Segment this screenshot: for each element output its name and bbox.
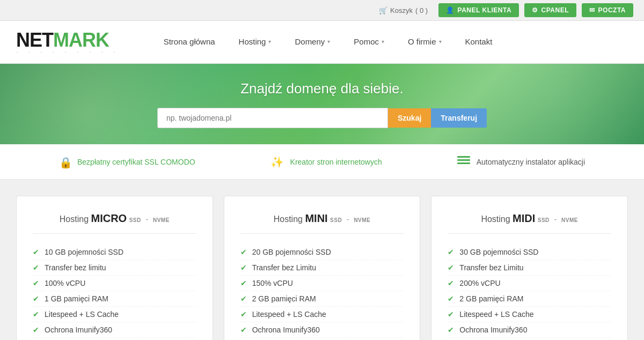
check-icon: ✔: [240, 294, 247, 303]
domain-search-input[interactable]: [157, 108, 388, 128]
feature-kreator: ✨ Kreator stron internetowych: [270, 156, 382, 168]
bars-icon: [457, 155, 470, 168]
chevron-down-icon: ▾: [382, 39, 384, 45]
list-item: ✔200% vCPU: [448, 276, 611, 291]
feature-ssl: 🔒 Bezpłatny certyfikat SSL COMODO: [59, 156, 195, 168]
instalator-text: Automatyczny instalator aplikacji: [477, 158, 585, 166]
panel-icon: 👤: [446, 6, 455, 14]
check-icon: ✔: [33, 326, 39, 334]
check-icon: ✔: [33, 294, 39, 303]
check-icon: ✔: [240, 263, 247, 272]
check-icon: ✔: [448, 326, 454, 334]
cpanel-button[interactable]: ⚙ cPanel: [524, 3, 576, 17]
list-item: ✔1 GB pamięci RAM: [33, 291, 196, 307]
check-icon: ✔: [33, 310, 39, 319]
check-icon: ✔: [240, 310, 247, 319]
nav-o-firmie[interactable]: O firmie ▾: [396, 21, 453, 64]
cart-link[interactable]: 🛒 Koszyk ( 0 ): [379, 6, 428, 14]
list-item: ✔Bezpłatny certyfikat SSL: [448, 338, 611, 340]
check-icon: ✔: [33, 279, 39, 287]
nav-kontakt[interactable]: Kontakt: [453, 21, 504, 64]
card-midi-title: Hosting MIDI SSD - NVMe: [448, 212, 611, 234]
list-item: ✔Transfer bez limitu: [33, 260, 196, 276]
lock-icon: 🔒: [59, 156, 71, 168]
cart-label: Koszyk: [390, 6, 413, 14]
mini-feature-list: ✔20 GB pojemności SSD ✔Transfer bez Limi…: [240, 245, 404, 340]
list-item: ✔Ochrona Imunify360: [448, 322, 611, 338]
nav-pomoc[interactable]: Pomoc ▾: [342, 21, 396, 64]
hosting-card-micro: Hosting MICRO SSD - NVMe ✔10 GB pojemnoś…: [16, 196, 213, 340]
ssl-link[interactable]: Bezpłatny certyfikat SSL COMODO: [77, 158, 195, 166]
main-nav: Strona główna Hosting ▾ Domeny ▾ Pomoc ▾…: [152, 21, 628, 64]
panel-klienta-button[interactable]: 👤 Panel Klienta: [438, 3, 519, 17]
hosting-cards-section: Hosting MICRO SSD - NVMe ✔10 GB pojemnoś…: [0, 180, 644, 340]
list-item: ✔2 GB pamięci RAM: [448, 291, 611, 307]
list-item: ✔Litespeed + LS Cache: [240, 307, 404, 322]
check-icon: ✔: [448, 294, 454, 303]
svg-rect-0: [457, 156, 470, 158]
cpanel-icon: ⚙: [532, 6, 538, 14]
card-micro-title: Hosting MICRO SSD - NVMe: [33, 212, 196, 234]
chevron-down-icon: ▾: [439, 39, 442, 45]
check-icon: ✔: [240, 248, 247, 256]
list-item: ✔20 GB pojemności SSD: [240, 245, 404, 260]
list-item: ✔10 GB pojemności SSD: [33, 245, 196, 260]
check-icon: ✔: [448, 310, 454, 319]
check-icon: ✔: [33, 263, 39, 272]
check-icon: ✔: [240, 279, 247, 287]
check-icon: ✔: [240, 326, 247, 334]
check-icon: ✔: [448, 279, 454, 287]
list-item: ✔Bezpłatny certyfikat SSL: [240, 338, 404, 340]
poczta-button[interactable]: ✉ Poczta: [582, 3, 633, 17]
kreator-link[interactable]: Kreator stron internetowych: [290, 158, 382, 166]
nav-strona-glowna[interactable]: Strona główna: [152, 21, 227, 64]
hosting-card-mini: Hosting MINI SSD - NVMe ✔20 GB pojemnośc…: [224, 196, 421, 340]
cart-count: ( 0 ): [415, 6, 428, 14]
micro-feature-list: ✔10 GB pojemności SSD ✔Transfer bez limi…: [33, 245, 196, 340]
card-mini-title: Hosting MINI SSD - NVMe: [240, 212, 404, 234]
svg-rect-1: [457, 159, 470, 161]
logo-link[interactable]: NETMARK: [16, 29, 109, 51]
check-icon: ✔: [33, 248, 39, 256]
feature-instalator: Automatyczny instalator aplikacji: [457, 155, 585, 168]
list-item: ✔30 GB pojemności SSD: [448, 245, 611, 260]
hero-banner: Znajdź domenę dla siebie. Szukaj Transfe…: [0, 64, 644, 144]
hero-title: Znajdź domenę dla siebie.: [240, 80, 404, 97]
transfer-button[interactable]: Transferuj: [431, 108, 487, 128]
list-item: ✔150% vCPU: [240, 276, 404, 291]
cart-icon: 🛒: [379, 6, 387, 14]
header: NETMARK · · · · · · · · · Strona główna …: [0, 21, 644, 64]
list-item: ✔Transfer bez Limitu: [240, 260, 404, 276]
domain-search-row: Szukaj Transferuj: [157, 108, 487, 128]
top-bar: 🛒 Koszyk ( 0 ) 👤 Panel Klienta ⚙ cPanel …: [0, 0, 644, 21]
list-item: ✔Litespeed + LS Cache: [33, 307, 196, 322]
check-icon: ✔: [448, 263, 454, 272]
nav-domeny[interactable]: Domeny ▾: [283, 21, 342, 64]
chevron-down-icon: ▾: [268, 39, 271, 45]
chevron-down-icon: ▾: [327, 39, 330, 45]
list-item: ✔Ochrona Imunify360: [240, 322, 404, 338]
list-item: ✔Transfer bez Limitu: [448, 260, 611, 276]
check-icon: ✔: [448, 248, 454, 256]
midi-feature-list: ✔30 GB pojemności SSD ✔Transfer bez Limi…: [448, 245, 611, 340]
logo-shadow: · · · · · · · · ·: [16, 48, 120, 56]
mail-icon: ✉: [589, 6, 595, 14]
search-button[interactable]: Szukaj: [388, 108, 431, 128]
list-item: ✔Ochrona Imunify360: [33, 322, 196, 338]
logo-net: NET: [16, 29, 53, 51]
hosting-card-midi: Hosting MIDI SSD - NVMe ✔30 GB pojemnośc…: [431, 196, 628, 340]
svg-rect-2: [457, 162, 470, 164]
logo[interactable]: NETMARK · · · · · · · · ·: [16, 29, 120, 56]
list-item: ✔2 GB pamięci RAM: [240, 291, 404, 307]
list-item: ✔Bezpłatny certyfikat SSL: [33, 338, 196, 340]
nav-hosting[interactable]: Hosting ▾: [227, 21, 283, 64]
logo-mark: MARK: [53, 29, 109, 51]
wand-icon: ✨: [270, 156, 284, 168]
list-item: ✔Litespeed + LS Cache: [448, 307, 611, 322]
list-item: ✔100% vCPU: [33, 276, 196, 291]
features-row: 🔒 Bezpłatny certyfikat SSL COMODO ✨ Krea…: [0, 144, 644, 180]
